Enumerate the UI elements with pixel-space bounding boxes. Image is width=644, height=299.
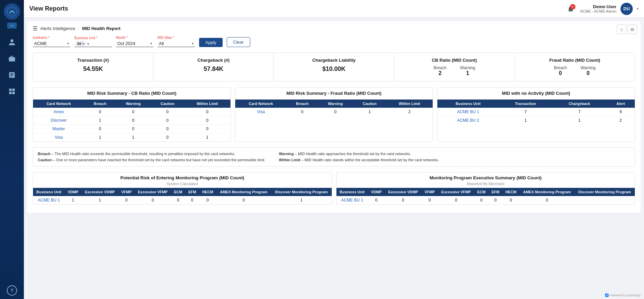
breach-desc: – The MID Health ratio exceeds the permi… bbox=[51, 152, 235, 156]
pr-col-vfmp: VFMP bbox=[118, 188, 135, 196]
month-dropdown[interactable]: Oct 2024 ▾ bbox=[116, 40, 153, 47]
powered-checkbox[interactable] bbox=[605, 294, 609, 297]
pr-col-bu: Business Unit bbox=[33, 188, 65, 196]
institution-filter: Institution * ACME ▾ bbox=[33, 36, 70, 47]
fraud-network-link[interactable]: Visa bbox=[235, 108, 287, 116]
sidebar-item-users[interactable] bbox=[5, 35, 19, 49]
caution-definition: Caution – One or more parameters have re… bbox=[38, 157, 265, 163]
kpi-cb-ratio-title: CB Ratio (MID Count) bbox=[400, 58, 509, 63]
table-row: Amex0000 bbox=[33, 108, 230, 116]
no-activity-table-title: MID with no Activity (MID Count) bbox=[437, 87, 635, 100]
business-unit-dropdown[interactable]: All ✕ ▾ bbox=[74, 41, 112, 47]
breadcrumb-parent: Alerts Intelligence bbox=[40, 26, 75, 31]
fraud-ratio-table-card: MID Risk Summary - Fraud Ratio (MID Coun… bbox=[235, 87, 433, 142]
mid-alias-value: All bbox=[159, 41, 191, 46]
na-bu-link[interactable]: ACME BU 2 bbox=[437, 116, 499, 125]
sidebar: >> ? bbox=[0, 0, 24, 299]
disclaimer-right: Warning – MID Health ratio approaches th… bbox=[279, 151, 439, 163]
month-filter: Month * Oct 2024 ▾ bbox=[116, 36, 153, 47]
table-row: ACME BU 100000000 bbox=[336, 196, 635, 204]
kpi-fraud-warning-label: Warning bbox=[581, 65, 596, 70]
kpi-transaction-value: 54.55K bbox=[39, 65, 148, 73]
institution-value: ACME bbox=[34, 41, 66, 46]
apply-button[interactable]: Apply bbox=[199, 38, 223, 47]
business-unit-clear-icon[interactable]: ✕ bbox=[82, 42, 85, 46]
month-label: Month * bbox=[116, 36, 153, 40]
kpi-fraud-ratio-values: Breach 0 Warning 0 bbox=[520, 65, 629, 76]
es-col-vdmp: VDMP bbox=[368, 188, 385, 196]
report-container: ⌂ ⊖ ☰ Alerts Intelligence - MID Health R… bbox=[27, 21, 641, 213]
kpi-cb-ratio-values: Breach 2 Warning 1 bbox=[400, 65, 509, 76]
warning-desc: – MID Health ratio approaches the thresh… bbox=[295, 152, 411, 156]
home-icon[interactable]: ⌂ bbox=[617, 25, 626, 34]
cb-col-network: Card Network bbox=[33, 100, 85, 108]
kpi-fraud-breach-value: 0 bbox=[554, 70, 567, 76]
es-col-discover: Discover Monitoring Program bbox=[574, 188, 635, 196]
user-name: Demo User bbox=[580, 4, 616, 9]
main-area: View Reports 0 Demo User ACME - ACME Adm… bbox=[24, 0, 644, 299]
executive-summary-table: Business Unit VDMP Excessive VDMP VFMP E… bbox=[336, 188, 635, 204]
sidebar-bottom: ? bbox=[7, 285, 17, 296]
warning-term: Warning bbox=[279, 152, 294, 156]
kpi-row: Transaction (#) 54.55K Chargeback (#) 57… bbox=[33, 53, 635, 81]
institution-dropdown[interactable]: ACME ▾ bbox=[33, 40, 70, 47]
content-area: ⌂ ⊖ ☰ Alerts Intelligence - MID Health R… bbox=[24, 18, 644, 299]
user-avatar: DU bbox=[620, 3, 633, 15]
cb-network-link[interactable]: Discover bbox=[33, 116, 85, 125]
user-role: ACME - ACME Admin bbox=[580, 9, 616, 13]
pr-col-discover: Discover Monitoring Program bbox=[271, 188, 332, 196]
sidebar-item-reports[interactable] bbox=[5, 68, 19, 82]
collapse-icon[interactable]: ⊖ bbox=[628, 25, 637, 34]
cb-ratio-table-title: MID Risk Summary - CB Ratio (MID Count) bbox=[33, 87, 230, 100]
tables-row: MID Risk Summary - CB Ratio (MID Count) … bbox=[33, 87, 635, 142]
cb-network-link[interactable]: Master bbox=[33, 125, 85, 133]
table-row: ACME BU 1779 bbox=[437, 108, 635, 116]
no-activity-table: Business Unit Transaction Chargeback Ale… bbox=[437, 100, 635, 124]
fraud-col-caution: Caution bbox=[353, 100, 386, 108]
na-bu-link[interactable]: ACME BU 1 bbox=[437, 108, 499, 116]
business-unit-filter: Business Unit * All ✕ ▾ bbox=[74, 36, 112, 47]
mid-alias-filter: MID Alias * All ▾ bbox=[158, 36, 195, 47]
fraud-ratio-table: Card Network Breach Warning Caution With… bbox=[235, 100, 433, 116]
sidebar-expand-button[interactable]: >> bbox=[7, 23, 17, 29]
fraud-col-network: Card Network bbox=[235, 100, 287, 108]
institution-arrow-icon: ▾ bbox=[67, 42, 69, 45]
bottom-tables-row: Potential Risk of Entering Monitoring Pr… bbox=[33, 172, 635, 205]
notification-bell[interactable]: 0 bbox=[565, 3, 576, 14]
help-button[interactable]: ? bbox=[7, 285, 17, 296]
fraud-ratio-table-title: MID Risk Summary - Fraud Ratio (MID Coun… bbox=[235, 87, 433, 100]
kpi-cb-breach-value: 2 bbox=[434, 70, 447, 76]
kpi-fraud-warning: Warning 0 bbox=[581, 65, 596, 76]
table-row: ACME BU 2112 bbox=[437, 116, 635, 125]
within-limit-definition: Within Limit – MID Health ratio stands w… bbox=[279, 157, 439, 163]
potential-risk-table-card: Potential Risk of Entering Monitoring Pr… bbox=[33, 172, 332, 205]
kpi-fraud-warning-value: 0 bbox=[581, 70, 596, 76]
kpi-liability-value: $10.00K bbox=[279, 65, 388, 73]
kpi-cb-breach-label: Breach bbox=[434, 65, 447, 70]
month-arrow-icon: ▾ bbox=[150, 42, 152, 45]
hamburger-menu[interactable]: ☰ bbox=[33, 25, 38, 32]
es-col-excessive-vdmp: Excessive VDMP bbox=[385, 188, 422, 196]
kpi-cb-warning-label: Warning bbox=[460, 65, 475, 70]
cb-network-link[interactable]: Visa bbox=[33, 133, 85, 142]
pr-bu-link[interactable]: ACME BU 1 bbox=[33, 196, 65, 204]
cb-col-breach: Breach bbox=[85, 100, 116, 108]
table-row: ACME BU 1110000001 bbox=[33, 196, 332, 204]
breach-term: Breach bbox=[38, 152, 50, 156]
pr-col-ecm: ECM bbox=[171, 188, 185, 196]
kpi-cb-warning-value: 1 bbox=[460, 70, 475, 76]
kpi-fraud-ratio: Fraud Ratio (MID Count) Breach 0 Warning… bbox=[515, 53, 635, 81]
cb-network-link[interactable]: Amex bbox=[33, 108, 85, 116]
mid-alias-dropdown[interactable]: All ▾ bbox=[158, 40, 195, 47]
notification-badge: 0 bbox=[570, 4, 575, 10]
es-col-hecm: HECM bbox=[503, 188, 520, 196]
mid-alias-arrow-icon: ▾ bbox=[192, 42, 194, 45]
es-bu-link[interactable]: ACME BU 1 bbox=[336, 196, 368, 204]
executive-summary-table-card: Monitoring Program Executive Summary (MI… bbox=[336, 172, 635, 205]
cb-col-caution: Caution bbox=[151, 100, 184, 108]
user-dropdown-arrow[interactable]: ▾ bbox=[637, 7, 639, 11]
sidebar-item-briefcase[interactable] bbox=[5, 52, 19, 65]
breadcrumb-separator: - bbox=[78, 26, 79, 31]
sidebar-item-grid[interactable] bbox=[5, 85, 19, 98]
clear-button[interactable]: Clear bbox=[227, 37, 250, 47]
